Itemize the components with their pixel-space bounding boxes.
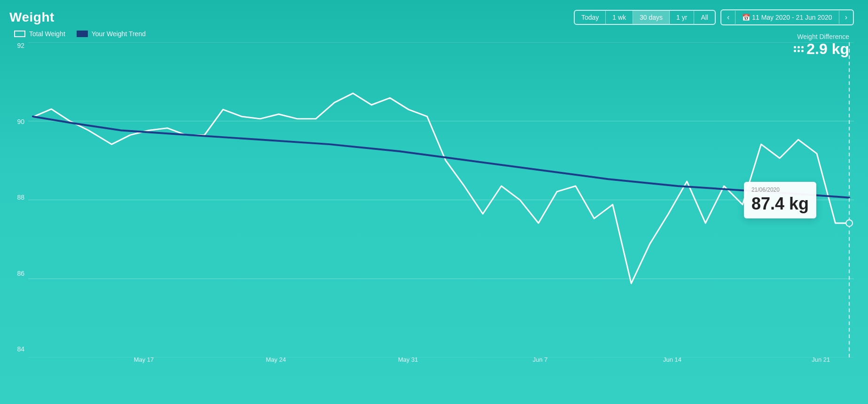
x-label-jun21: Jun 21 bbox=[812, 356, 830, 363]
all-button[interactable]: All bbox=[694, 11, 715, 24]
header-row: Weight Today 1 wk 30 days 1 yr All ‹ 📅 1… bbox=[9, 9, 854, 25]
controls: Today 1 wk 30 days 1 yr All ‹ 📅 11 May 2… bbox=[574, 9, 854, 25]
today-button[interactable]: Today bbox=[575, 11, 606, 24]
x-label-jun14: Jun 14 bbox=[663, 356, 681, 363]
x-label-jun7: Jun 7 bbox=[532, 356, 547, 363]
page-title: Weight bbox=[9, 10, 55, 25]
y-axis-labels: 92 90 88 86 84 bbox=[9, 42, 28, 352]
chart-container: Weight Today 1 wk 30 days 1 yr All ‹ 📅 1… bbox=[0, 0, 868, 404]
data-tooltip: 21/06/2020 87.4 kg bbox=[744, 182, 816, 218]
1yr-button[interactable]: 1 yr bbox=[670, 11, 694, 24]
y-label-90: 90 bbox=[17, 118, 24, 125]
end-point-dot bbox=[846, 220, 852, 226]
legend: Total Weight Your Weight Trend bbox=[14, 30, 854, 38]
30days-button[interactable]: 30 days bbox=[633, 11, 670, 24]
total-weight-line bbox=[33, 93, 849, 284]
legend-trend-label: Your Weight Trend bbox=[92, 30, 146, 38]
date-navigator: ‹ 📅 11 May 2020 - 21 Jun 2020 › bbox=[720, 9, 854, 25]
weight-diff-label: Weight Difference bbox=[794, 33, 849, 40]
total-weight-swatch bbox=[14, 31, 25, 37]
tooltip-value: 87.4 kg bbox=[751, 194, 809, 214]
y-label-88: 88 bbox=[17, 194, 24, 201]
tooltip-date: 21/06/2020 bbox=[751, 186, 809, 193]
y-label-84: 84 bbox=[17, 346, 24, 352]
y-label-92: 92 bbox=[17, 42, 24, 49]
chart-area: 92 90 88 86 84 May 17 bbox=[9, 42, 854, 366]
1wk-button[interactable]: 1 wk bbox=[606, 11, 633, 24]
prev-date-button[interactable]: ‹ bbox=[721, 10, 735, 24]
legend-weight-trend: Your Weight Trend bbox=[77, 30, 146, 38]
trend-weight-line bbox=[33, 117, 849, 198]
date-range-label: 📅 11 May 2020 - 21 Jun 2020 bbox=[735, 11, 839, 24]
weight-trend-swatch bbox=[77, 31, 88, 37]
x-label-may24: May 24 bbox=[266, 356, 286, 363]
next-date-button[interactable]: › bbox=[839, 10, 853, 24]
y-label-86: 86 bbox=[17, 270, 24, 277]
time-buttons: Today 1 wk 30 days 1 yr All bbox=[574, 10, 716, 25]
legend-total-weight: Total Weight bbox=[14, 30, 65, 38]
x-label-may17: May 17 bbox=[134, 356, 154, 363]
x-axis-labels: May 17 May 24 May 31 Jun 7 Jun 14 Jun 21 bbox=[28, 352, 854, 366]
x-label-may31: May 31 bbox=[398, 356, 418, 363]
weight-chart-svg bbox=[28, 42, 854, 357]
legend-total-label: Total Weight bbox=[29, 30, 65, 38]
